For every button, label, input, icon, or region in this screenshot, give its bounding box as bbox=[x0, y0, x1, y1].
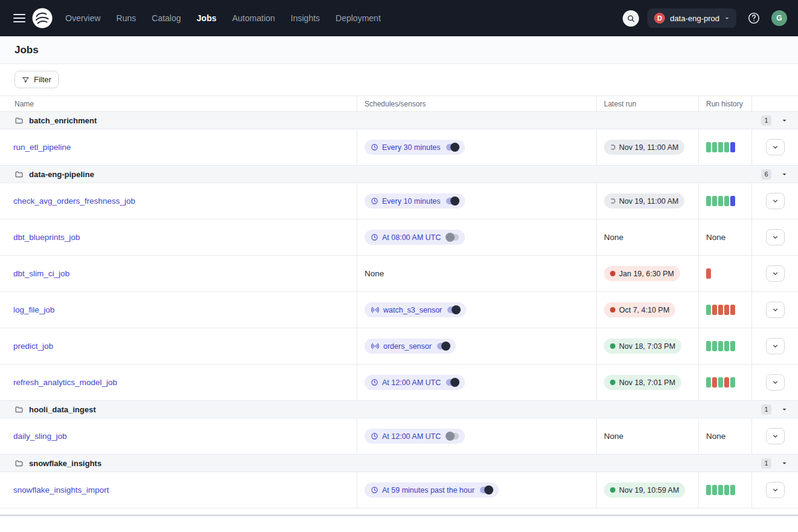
run-history-bar-in_progress[interactable] bbox=[730, 196, 735, 206]
job-name-link[interactable]: refresh_analytics_model_job bbox=[13, 378, 117, 387]
job-group-header[interactable]: data-eng-pipeline6 bbox=[0, 166, 798, 183]
run-history-bar-success[interactable] bbox=[718, 142, 723, 152]
latest-run-pill[interactable]: Nov 19, 11:00 AM bbox=[604, 140, 684, 155]
schedule-pill[interactable]: Every 30 minutes bbox=[365, 140, 465, 155]
run-history-bar-failure[interactable] bbox=[724, 305, 729, 315]
run-history-bar-success[interactable] bbox=[730, 377, 735, 388]
job-group-header[interactable]: snowflake_insights1 bbox=[0, 455, 798, 472]
user-avatar[interactable]: G bbox=[771, 10, 787, 26]
group-collapse-caret-icon[interactable] bbox=[782, 461, 787, 466]
job-group-header[interactable]: batch_enrichment1 bbox=[0, 112, 798, 129]
run-history-bar-success[interactable] bbox=[724, 341, 729, 351]
sensor-pill[interactable]: orders_sensor bbox=[365, 339, 456, 354]
run-history-bar-success[interactable] bbox=[712, 196, 717, 206]
run-history-bars[interactable] bbox=[706, 305, 735, 315]
row-expand-button[interactable] bbox=[766, 229, 785, 245]
job-name-link[interactable]: run_etl_pipeline bbox=[13, 143, 71, 152]
schedule-toggle[interactable] bbox=[446, 379, 459, 386]
latest-run-pill[interactable]: Nov 19, 11:00 AM bbox=[604, 193, 684, 209]
run-history-bars[interactable] bbox=[706, 377, 735, 388]
job-name-link[interactable]: log_file_job bbox=[13, 305, 54, 314]
run-history-bars[interactable] bbox=[706, 142, 735, 152]
row-expand-button[interactable] bbox=[766, 193, 785, 209]
job-name-link[interactable]: dbt_blueprints_job bbox=[13, 233, 80, 242]
schedule-toggle[interactable] bbox=[446, 144, 459, 151]
schedule-toggle[interactable] bbox=[446, 234, 459, 241]
row-expand-button[interactable] bbox=[766, 482, 785, 498]
nav-item-catalog[interactable]: Catalog bbox=[152, 13, 181, 23]
run-history-bars[interactable] bbox=[706, 268, 711, 279]
schedule-toggle[interactable] bbox=[480, 487, 493, 493]
schedule-pill[interactable]: At 12:00 AM UTC bbox=[365, 375, 465, 390]
latest-run-pill[interactable]: Nov 19, 10:59 AM bbox=[604, 482, 685, 498]
run-history-bar-failure[interactable] bbox=[712, 305, 717, 315]
job-name-link[interactable]: dbt_slim_ci_job bbox=[13, 269, 70, 278]
run-history-bar-success[interactable] bbox=[712, 142, 717, 152]
group-collapse-caret-icon[interactable] bbox=[782, 118, 787, 123]
schedule-pill[interactable]: Every 10 minutes bbox=[365, 193, 465, 209]
run-history-bar-success[interactable] bbox=[718, 341, 723, 351]
run-history-bar-in_progress[interactable] bbox=[730, 142, 735, 152]
run-history-bar-success[interactable] bbox=[718, 485, 723, 495]
row-expand-button[interactable] bbox=[766, 302, 785, 318]
row-expand-button[interactable] bbox=[766, 139, 785, 155]
run-history-bar-failure[interactable] bbox=[730, 305, 735, 315]
schedule-toggle[interactable] bbox=[447, 307, 460, 313]
latest-run-pill[interactable]: Nov 18, 7:01 PM bbox=[604, 375, 681, 390]
run-history-bar-success[interactable] bbox=[706, 142, 711, 152]
run-history-bar-success[interactable] bbox=[724, 142, 729, 152]
schedule-toggle[interactable] bbox=[437, 343, 450, 349]
schedule-pill[interactable]: At 08:00 AM UTC bbox=[365, 230, 465, 245]
run-history-bar-success[interactable] bbox=[706, 485, 711, 495]
row-expand-button[interactable] bbox=[766, 374, 785, 391]
nav-item-runs[interactable]: Runs bbox=[116, 13, 136, 23]
dagster-logo[interactable] bbox=[31, 7, 53, 29]
run-history-bar-success[interactable] bbox=[712, 341, 717, 351]
run-history-bar-success[interactable] bbox=[706, 305, 711, 315]
hamburger-menu-button[interactable] bbox=[11, 11, 28, 25]
run-history-bars[interactable] bbox=[706, 196, 735, 206]
latest-run-pill[interactable]: Oct 7, 4:10 PM bbox=[604, 302, 675, 317]
job-name-link[interactable]: snowflake_insights_import bbox=[13, 485, 109, 495]
row-expand-button[interactable] bbox=[766, 338, 785, 354]
job-name-link[interactable]: check_avg_orders_freshness_job bbox=[13, 196, 135, 206]
run-history-bars[interactable] bbox=[706, 341, 735, 351]
search-button[interactable] bbox=[623, 10, 639, 27]
nav-item-deployment[interactable]: Deployment bbox=[336, 13, 381, 23]
run-history-bars[interactable] bbox=[706, 485, 735, 495]
run-history-bar-success[interactable] bbox=[730, 485, 735, 495]
filter-button[interactable]: Filter bbox=[15, 71, 59, 88]
horizontal-scrollbar[interactable] bbox=[0, 514, 798, 516]
run-history-bar-success[interactable] bbox=[712, 485, 717, 495]
job-name-link[interactable]: daily_sling_job bbox=[13, 432, 67, 441]
run-history-bar-success[interactable] bbox=[718, 196, 723, 206]
group-collapse-caret-icon[interactable] bbox=[782, 407, 787, 412]
row-expand-button[interactable] bbox=[766, 428, 785, 444]
deployment-switcher[interactable]: D data-eng-prod bbox=[647, 8, 736, 28]
job-group-header[interactable]: hooli_data_ingest1 bbox=[0, 401, 798, 418]
sensor-pill[interactable]: watch_s3_sensor bbox=[365, 302, 466, 317]
run-history-bar-success[interactable] bbox=[718, 377, 723, 388]
help-button[interactable] bbox=[745, 9, 763, 27]
job-name-link[interactable]: predict_job bbox=[13, 342, 53, 351]
latest-run-pill[interactable]: Jan 19, 6:30 PM bbox=[604, 266, 680, 281]
run-history-bar-failure[interactable] bbox=[706, 268, 711, 279]
schedule-pill[interactable]: At 12:00 AM UTC bbox=[365, 429, 465, 444]
run-history-bar-success[interactable] bbox=[724, 196, 729, 206]
nav-item-automation[interactable]: Automation bbox=[232, 13, 275, 23]
run-history-bar-success[interactable] bbox=[706, 196, 711, 206]
schedule-pill[interactable]: At 59 minutes past the hour bbox=[365, 482, 499, 498]
row-expand-button[interactable] bbox=[766, 265, 785, 282]
run-history-bar-success[interactable] bbox=[706, 377, 711, 388]
group-collapse-caret-icon[interactable] bbox=[782, 172, 787, 177]
run-history-bar-failure[interactable] bbox=[718, 305, 723, 315]
run-history-bar-failure[interactable] bbox=[724, 377, 729, 388]
nav-item-insights[interactable]: Insights bbox=[291, 13, 320, 23]
run-history-bar-success[interactable] bbox=[706, 341, 711, 351]
run-history-bar-success[interactable] bbox=[724, 485, 729, 495]
nav-item-overview[interactable]: Overview bbox=[65, 13, 100, 23]
schedule-toggle[interactable] bbox=[446, 433, 459, 440]
schedule-toggle[interactable] bbox=[446, 198, 459, 204]
latest-run-pill[interactable]: Nov 18, 7:03 PM bbox=[604, 339, 681, 354]
run-history-bar-failure[interactable] bbox=[712, 377, 717, 388]
